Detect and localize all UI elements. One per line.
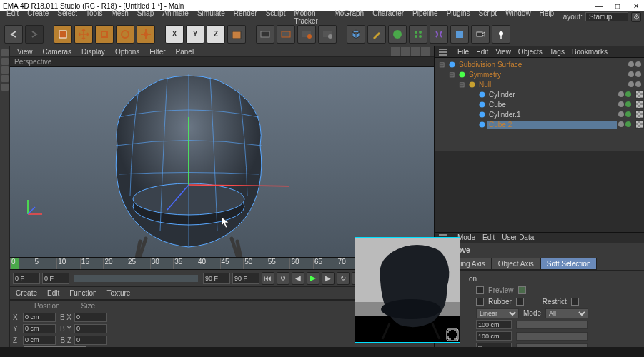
object-name[interactable]: Cylinder	[487, 91, 617, 99]
tab-soft-selection[interactable]: Soft Selection	[540, 258, 598, 270]
attr-userdata[interactable]: User Data	[502, 233, 534, 241]
tree-row[interactable]: Cube.2	[435, 119, 644, 129]
coord-y-pos[interactable]	[23, 324, 56, 333]
coord-z-size[interactable]	[74, 336, 107, 345]
menu-window[interactable]: Window	[502, 9, 535, 26]
vp-menu-display[interactable]: Display	[79, 47, 108, 56]
visibility-dots[interactable]	[628, 71, 641, 77]
menu-simulate[interactable]: Simulate	[194, 9, 229, 26]
coord-system-button[interactable]	[227, 25, 246, 44]
pen-tool-button[interactable]	[367, 25, 386, 44]
menu-edit[interactable]: Edit	[3, 9, 22, 26]
expand-icon[interactable]: ⊟	[449, 71, 456, 79]
radius-slider[interactable]	[516, 321, 588, 329]
object-name[interactable]: Subdivision Surface	[457, 61, 627, 69]
layout-dropdown[interactable]	[585, 12, 628, 21]
undo-button[interactable]	[4, 25, 23, 44]
texture-tag-icon[interactable]	[635, 120, 644, 129]
edge-mode-icon[interactable]	[1, 75, 9, 82]
menu-mograph[interactable]: MoGraph	[330, 9, 367, 26]
preview-toggle[interactable]	[518, 286, 526, 294]
object-name[interactable]: Symmetry	[467, 71, 627, 79]
current-frame-field[interactable]	[42, 273, 69, 284]
cube-primitive-button[interactable]	[347, 25, 365, 44]
expand-icon[interactable]: ⊟	[439, 61, 446, 69]
preview-checkbox[interactable]	[476, 286, 484, 294]
menu-create[interactable]: Create	[24, 9, 52, 26]
vp-menu-panel[interactable]: Panel	[173, 47, 197, 56]
rubber-checkbox[interactable]	[476, 298, 484, 306]
vp-nav-rotate-icon[interactable]	[411, 47, 420, 56]
layout-config-icon[interactable]: ⚙	[631, 12, 641, 22]
move-tool-button[interactable]	[74, 25, 93, 44]
minimize-button[interactable]: —	[594, 2, 604, 10]
prev-key-button[interactable]: ↺	[277, 272, 289, 285]
mat-menu-function[interactable]: Function	[69, 289, 96, 297]
texture-tag-icon[interactable]	[635, 90, 644, 99]
rubber-toggle[interactable]	[516, 298, 524, 306]
tree-row[interactable]: ⊟Null	[435, 79, 644, 89]
texture-tag-icon[interactable]	[635, 110, 644, 119]
expand-icon[interactable]: ⊟	[459, 81, 466, 89]
vp-menu-filter[interactable]: Filter	[147, 47, 168, 56]
vp-menu-options[interactable]: Options	[112, 47, 142, 56]
visibility-dots[interactable]	[618, 91, 631, 97]
tree-row[interactable]: Cylinder	[435, 89, 644, 99]
om-bookmarks[interactable]: Bookmarks	[572, 48, 608, 56]
menu-help[interactable]: Help	[536, 9, 558, 26]
redo-button[interactable]	[25, 25, 44, 44]
attr-edit[interactable]: Edit	[482, 233, 495, 241]
subdivision-button[interactable]	[388, 25, 407, 44]
object-name[interactable]: Cube.2	[487, 121, 617, 129]
render-settings-button[interactable]	[297, 25, 316, 44]
hamburger-icon[interactable]	[439, 49, 447, 56]
coord-y-size[interactable]	[74, 324, 107, 333]
menu-sculpt[interactable]: Sculpt	[262, 9, 289, 26]
visibility-dots[interactable]	[628, 61, 641, 67]
close-button[interactable]: ✕	[631, 2, 641, 10]
menu-pipeline[interactable]: Pipeline	[409, 9, 442, 26]
vp-nav-zoom-icon[interactable]	[401, 47, 410, 56]
om-view[interactable]: View	[495, 48, 511, 56]
width-field[interactable]	[476, 331, 512, 341]
tree-row[interactable]: ⊟Symmetry	[435, 69, 644, 79]
object-name[interactable]: Cylinder.1	[487, 111, 617, 119]
tab-object-axis[interactable]: Object Axis	[492, 258, 540, 270]
tree-row[interactable]: Cube	[435, 99, 644, 109]
start-frame-field[interactable]	[13, 273, 40, 284]
maximize-button[interactable]: □	[613, 2, 623, 10]
live-select-button[interactable]	[54, 25, 72, 44]
radius-field[interactable]	[476, 320, 512, 329]
end-frame-field[interactable]	[232, 273, 259, 284]
texture-mode-icon[interactable]	[1, 58, 9, 65]
falloff-select[interactable]: Linear	[476, 308, 519, 318]
play-button[interactable]	[307, 272, 319, 285]
tree-row[interactable]: Cylinder.1	[435, 109, 644, 119]
array-button[interactable]	[409, 25, 427, 44]
x-axis-button[interactable]: X	[165, 25, 184, 44]
visibility-dots[interactable]	[628, 81, 641, 87]
menu-motion-tracker[interactable]: Motion Tracker	[290, 9, 329, 26]
menu-select[interactable]: Select	[54, 9, 81, 26]
tree-row[interactable]: ⊟Subdivision Surface	[435, 59, 644, 69]
scale-tool-button[interactable]	[95, 25, 114, 44]
end-preview-field[interactable]	[203, 273, 230, 284]
visibility-dots[interactable]	[618, 101, 631, 107]
menu-tools[interactable]: Tools	[82, 9, 106, 26]
mat-menu-edit[interactable]: Edit	[47, 289, 59, 297]
vp-menu-cameras[interactable]: Cameras	[40, 47, 75, 56]
restrict-toggle[interactable]	[571, 298, 579, 306]
render-region-button[interactable]	[277, 25, 295, 44]
camera-button[interactable]	[471, 25, 490, 44]
next-key-button[interactable]: ↻	[337, 272, 350, 285]
poly-mode-icon[interactable]	[1, 84, 9, 91]
prev-frame-button[interactable]: ◀	[292, 272, 304, 285]
texture-tag-icon[interactable]	[635, 100, 644, 109]
coord-x-size[interactable]	[74, 313, 107, 322]
z-axis-button[interactable]: Z	[207, 25, 225, 44]
menu-snap[interactable]: Snap	[134, 9, 157, 26]
viewport-3d[interactable]	[10, 67, 434, 257]
point-mode-icon[interactable]	[1, 66, 9, 74]
menu-render[interactable]: Render	[230, 9, 261, 26]
visibility-dots[interactable]	[618, 111, 631, 117]
